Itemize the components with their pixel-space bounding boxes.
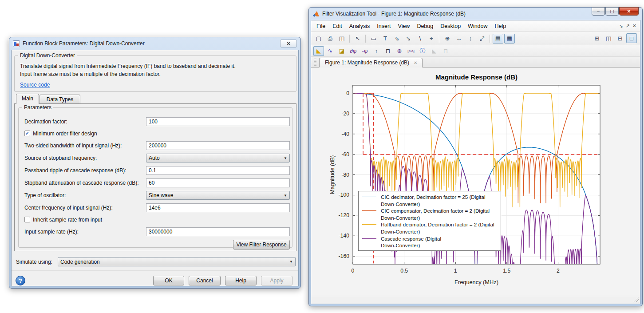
stopband-source-label: Source of stopband frequency:	[24, 155, 97, 161]
insert-text-icon[interactable]: T	[380, 34, 391, 44]
insert-double-arrow-icon[interactable]: ⇘	[391, 34, 402, 44]
edit-plot-icon[interactable]: ▭	[368, 34, 379, 44]
tab-data-types[interactable]: Data Types	[40, 95, 80, 104]
layout-rows-icon[interactable]: ⊟	[615, 33, 625, 43]
legend-entry: Cascade response (DigitalDown-Converter)	[361, 235, 498, 249]
dock-figure-icon[interactable]: ↘	[619, 23, 623, 29]
magnitude-response-chart[interactable]: 00.511.520-20-40-60-80-100-120-140-160Ma…	[311, 67, 640, 296]
tabbar-grip[interactable]	[314, 59, 316, 66]
view-filter-response-button[interactable]: View Filter Response	[233, 240, 290, 250]
figure-tab-close-icon[interactable]: ✕	[414, 60, 417, 65]
ok-button[interactable]: OK	[153, 276, 184, 285]
pole-zero-icon[interactable]: ⊛	[394, 46, 405, 56]
new-figure-icon[interactable]: ▢	[313, 34, 324, 44]
chart-legend[interactable]: CIC decimator, Decimation factor = 25 (D…	[358, 191, 501, 251]
oscillator-type-dropdown[interactable]: Sine wave ▼	[146, 191, 290, 200]
legend-text: CIC compensator, Decimation factor = 2 (…	[381, 207, 498, 214]
legend-text: Down-Converter)	[381, 242, 498, 249]
svg-text:-80: -80	[341, 172, 349, 178]
phase-response-icon[interactable]: ∿	[325, 46, 336, 56]
dialog-close-button[interactable]: ✕	[280, 40, 297, 48]
svg-text:2: 2	[557, 268, 560, 274]
restore-view-icon[interactable]: ⤢	[477, 34, 487, 44]
menubar-close-icon[interactable]: ✕	[632, 23, 636, 29]
minimum-order-label: Minimum order filter design	[33, 131, 97, 137]
step-response-icon[interactable]: ⊓	[383, 46, 393, 56]
undock-icon[interactable]: ↗	[626, 23, 630, 29]
zoom-y-icon[interactable]: ↕	[465, 34, 476, 44]
menu-desktop[interactable]: Desktop	[437, 21, 464, 32]
decimation-factor-input[interactable]	[146, 117, 290, 126]
cancel-button[interactable]: Cancel	[189, 276, 221, 285]
passband-ripple-input[interactable]	[146, 166, 290, 175]
grid-toggle-icon[interactable]: ▦	[504, 34, 515, 44]
parameters-group: Parameters	[18, 107, 292, 248]
layout-single-icon[interactable]: □	[626, 33, 637, 43]
fvtool-titlebar[interactable]: Filter Visualization Tool - Figure 1: Ma…	[309, 8, 642, 20]
menu-file[interactable]: File	[313, 21, 329, 32]
svg-text:-120: -120	[339, 212, 350, 218]
minimize-button[interactable]: –	[592, 7, 605, 16]
menu-debug[interactable]: Debug	[413, 21, 437, 32]
bandwidth-label: Two-sided bandwidth of input signal (Hz)…	[24, 143, 122, 149]
menu-window[interactable]: Window	[464, 21, 491, 32]
print-preview-icon[interactable]: ◫	[336, 34, 347, 44]
stopband-source-dropdown[interactable]: Auto ▼	[146, 154, 290, 162]
button-separator	[12, 270, 298, 271]
center-frequency-input[interactable]	[146, 203, 290, 212]
menu-edit[interactable]: Edit	[329, 21, 346, 32]
menu-insert[interactable]: Insert	[373, 21, 394, 32]
menu-view[interactable]: View	[395, 21, 414, 32]
stopband-attenuation-input[interactable]	[146, 178, 290, 187]
input-sample-rate-input[interactable]	[146, 227, 290, 236]
resize-grip[interactable]	[633, 297, 639, 302]
dialog-titlebar[interactable]: Function Block Parameters: Digital Down-…	[9, 37, 300, 50]
phase-delay-icon[interactable]: -φ	[360, 46, 370, 56]
help-button[interactable]: Help	[225, 276, 257, 285]
bandwidth-input[interactable]	[146, 141, 290, 150]
parameters-group-label: Parameters	[22, 104, 53, 111]
insert-arrow-icon[interactable]: ↘	[403, 34, 414, 44]
menu-help[interactable]: Help	[491, 21, 510, 32]
maximize-button[interactable]: ▢	[605, 7, 619, 16]
svg-text:-60: -60	[341, 151, 349, 158]
menu-analysis[interactable]: Analysis	[346, 21, 374, 32]
pin-icon[interactable]: ⌖	[426, 34, 437, 44]
close-button[interactable]: ✕	[619, 7, 639, 16]
legend-toggle-icon[interactable]: ▤	[493, 34, 503, 44]
help-icon[interactable]: ?	[16, 276, 25, 285]
magnitude-response-icon[interactable]: ◣	[313, 46, 324, 56]
simulate-using-dropdown[interactable]: Code generation ▼	[58, 257, 296, 266]
legend-entry: CIC decimator, Decimation factor = 25 (D…	[361, 194, 498, 207]
layout-grid-icon[interactable]: ⊞	[592, 33, 602, 43]
inherit-sample-rate-checkbox[interactable]	[24, 217, 30, 222]
dropdown-arrow-icon: ▼	[284, 156, 287, 160]
dialog-body: Digital Down-Converter Translate digital…	[11, 50, 299, 286]
figure-tab[interactable]: Figure 1: Magnitude Response (dB) ✕	[319, 58, 423, 67]
layout-columns-icon[interactable]: ◫	[603, 33, 614, 43]
layout-buttons: ⊞◫⊟□	[591, 33, 637, 43]
dropdown-arrow-icon: ▼	[289, 260, 293, 264]
coefficients-icon[interactable]: [b,a]	[406, 46, 416, 56]
filter-info-icon[interactable]: ⓘ	[417, 46, 428, 56]
description-line-2: Input frame size must be a multiple of t…	[20, 71, 161, 77]
legend-entry: Halfband decimator, Decimation factor = …	[361, 221, 498, 235]
minimum-order-checkbox[interactable]: ✓	[24, 131, 30, 136]
insert-line-icon[interactable]: ∖	[415, 34, 425, 44]
figure-toolbar-buttons: ▢⎙◫↖▭T⇘↘∖⌖⊕↔↕⤢▤▦	[313, 34, 515, 44]
zoom-in-icon[interactable]: ⊕	[442, 34, 453, 44]
function-block-parameters-dialog: Function Block Parameters: Digital Down-…	[9, 37, 301, 289]
svg-text:-160: -160	[339, 253, 350, 259]
source-code-link[interactable]: Source code	[20, 82, 50, 88]
legend-text: Halfband decimator, Decimation factor = …	[381, 221, 498, 228]
impulse-response-icon[interactable]: ↑	[371, 46, 382, 56]
group-delay-icon[interactable]: ∂φ	[348, 46, 359, 56]
print-icon[interactable]: ⎙	[325, 34, 336, 44]
tab-main[interactable]: Main	[16, 94, 39, 104]
svg-text:Frequency (MHz): Frequency (MHz)	[454, 279, 498, 285]
figure-tab-label: Figure 1: Magnitude Response (dB)	[325, 59, 409, 66]
zoom-x-icon[interactable]: ↔	[454, 34, 464, 44]
svg-text:0.5: 0.5	[400, 268, 408, 274]
mag-phase-response-icon[interactable]: ◪	[336, 46, 347, 56]
pointer-icon[interactable]: ↖	[352, 34, 363, 44]
